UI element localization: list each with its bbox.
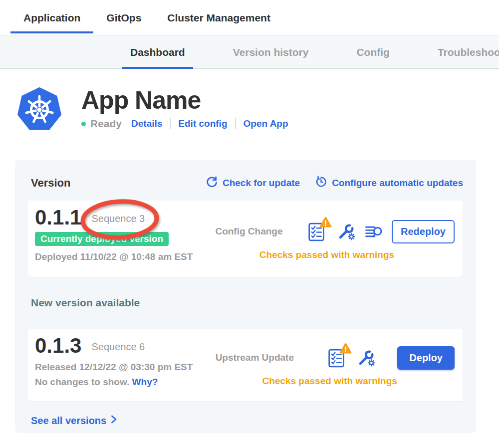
edit-config-link[interactable]: Edit config bbox=[178, 118, 227, 129]
sequence-label: Sequence 3 bbox=[91, 213, 145, 224]
version-panel-title: Version bbox=[31, 177, 70, 190]
see-all-versions-link[interactable]: See all versions bbox=[31, 414, 117, 427]
kubernetes-logo-icon bbox=[17, 87, 61, 132]
refresh-icon bbox=[206, 176, 218, 191]
warning-triangle-icon bbox=[339, 343, 352, 356]
preflight-status-text: Checks passed with warnings bbox=[199, 249, 455, 260]
currently-deployed-badge: Currently deployed version bbox=[35, 232, 169, 246]
status-dot-icon bbox=[81, 122, 86, 126]
app-header: App Name Ready Details Edit config Open … bbox=[0, 69, 499, 132]
app-subnav: Dashboard Version history Config Trouble… bbox=[0, 36, 499, 69]
divider bbox=[170, 118, 171, 129]
version-panel: Version Check for update bbox=[15, 160, 476, 433]
deployed-timestamp: Deployed 11/10/22 @ 10:48 am EST bbox=[35, 251, 193, 262]
status-text: Ready bbox=[90, 118, 122, 130]
configure-auto-updates-link[interactable]: Configure automatic updates bbox=[315, 176, 463, 191]
deploy-button[interactable]: Deploy bbox=[397, 346, 455, 370]
preflight-status-text: Checks passed with warnings bbox=[205, 376, 455, 387]
tab-gitops[interactable]: GitOps bbox=[93, 0, 154, 35]
app-status-row: Ready Details Edit config Open App bbox=[81, 118, 288, 130]
redeploy-button[interactable]: Redeploy bbox=[392, 220, 455, 243]
sequence-label: Sequence 6 bbox=[91, 341, 145, 353]
available-version-card: 0.1.3 Sequence 6 Released 12/12/22 @ 03:… bbox=[28, 329, 463, 401]
config-wrench-icon[interactable] bbox=[336, 223, 355, 241]
tab-version-history[interactable]: Version history bbox=[225, 36, 317, 68]
tab-dashboard[interactable]: Dashboard bbox=[122, 36, 193, 68]
no-changes-text: No changes to show. bbox=[35, 377, 129, 387]
version-number: 0.1.3 bbox=[35, 335, 81, 356]
preflight-checks-icon[interactable] bbox=[327, 348, 346, 368]
page-title: App Name bbox=[81, 87, 288, 113]
open-app-link[interactable]: Open App bbox=[244, 118, 288, 129]
released-timestamp: Released 12/12/22 @ 03:30 pm EST bbox=[35, 362, 193, 373]
version-number: 0.1.1 bbox=[35, 207, 81, 228]
details-link[interactable]: Details bbox=[131, 118, 162, 129]
divider bbox=[235, 118, 236, 129]
release-notes-icon[interactable] bbox=[365, 224, 383, 240]
tab-troubleshoot[interactable]: Troubleshoot bbox=[430, 36, 499, 68]
warning-triangle-icon bbox=[319, 217, 332, 230]
preflight-checks-icon[interactable] bbox=[307, 222, 326, 242]
tab-cluster-management[interactable]: Cluster Management bbox=[154, 0, 283, 35]
new-version-heading: New version available bbox=[31, 297, 476, 309]
auto-update-clock-icon bbox=[315, 176, 327, 191]
deployed-version-card: 0.1.1 Sequence 3 Currently deployed vers… bbox=[28, 201, 463, 277]
primary-nav: Application GitOps Cluster Management bbox=[0, 0, 499, 36]
tab-application[interactable]: Application bbox=[10, 0, 93, 35]
version-source-label: Config Change bbox=[199, 226, 299, 237]
why-link[interactable]: Why? bbox=[132, 377, 158, 387]
tab-config[interactable]: Config bbox=[348, 36, 397, 68]
check-for-update-link[interactable]: Check for update bbox=[206, 176, 300, 191]
chevron-right-icon bbox=[110, 414, 117, 427]
config-wrench-icon[interactable] bbox=[356, 349, 375, 367]
version-source-label: Upstream Update bbox=[205, 352, 304, 363]
